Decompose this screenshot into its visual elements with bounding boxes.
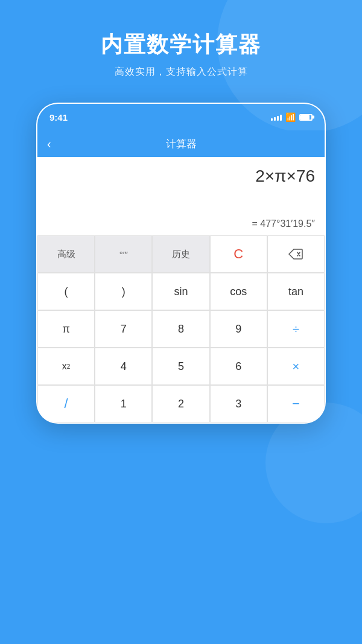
key-tan[interactable]: tan xyxy=(267,273,325,310)
key-6[interactable]: 6 xyxy=(210,348,267,385)
page-title: 内置数学计算器 xyxy=(0,30,362,60)
key-3[interactable]: 3 xyxy=(210,385,267,422)
key-cos[interactable]: cos xyxy=(210,273,267,310)
app-title: 计算器 xyxy=(166,137,197,151)
status-bar: 9:41 📶 xyxy=(37,104,325,130)
key-square[interactable]: x2 xyxy=(37,348,95,385)
key-delete[interactable] xyxy=(267,235,325,273)
app-header: ‹ 计算器 xyxy=(37,130,325,157)
key-7[interactable]: 7 xyxy=(95,310,152,348)
key-sin[interactable]: sin xyxy=(152,273,209,310)
key-5[interactable]: 5 xyxy=(152,348,209,385)
calculator-keyboard: 高级 °′″ 历史 C ( ) sin cos tan xyxy=(37,235,325,422)
keyboard-row-2: ( ) sin cos tan xyxy=(37,273,325,310)
phone-mockup: 9:41 📶 ‹ 计算器 2×π×76 = 477°31′1 xyxy=(0,103,362,424)
status-time: 9:41 xyxy=(49,112,68,123)
key-close-paren[interactable]: ) xyxy=(95,273,152,310)
key-1[interactable]: 1 xyxy=(95,385,152,422)
status-icons: 📶 xyxy=(271,112,313,122)
key-4[interactable]: 4 xyxy=(95,348,152,385)
signal-icon xyxy=(271,113,282,121)
key-history[interactable]: 历史 xyxy=(152,235,209,273)
key-clear[interactable]: C xyxy=(210,235,267,273)
keyboard-row-4: x2 4 5 6 × xyxy=(37,348,325,385)
keyboard-row-3: π 7 8 9 ÷ xyxy=(37,310,325,348)
key-fraction[interactable]: / xyxy=(37,385,95,422)
keyboard-row-5: / 1 2 3 − xyxy=(37,385,325,422)
key-open-paren[interactable]: ( xyxy=(37,273,95,310)
calculator-display: 2×π×76 = 477°31′19.5″ xyxy=(37,157,325,235)
key-pi[interactable]: π xyxy=(37,310,95,348)
page-subtitle: 高效实用，支持输入公式计算 xyxy=(0,66,362,78)
key-divide[interactable]: ÷ xyxy=(267,310,325,348)
key-multiply[interactable]: × xyxy=(267,348,325,385)
back-button[interactable]: ‹ xyxy=(47,137,51,151)
phone-frame: 9:41 📶 ‹ 计算器 2×π×76 = 477°31′1 xyxy=(36,103,326,424)
key-8[interactable]: 8 xyxy=(152,310,209,348)
key-9[interactable]: 9 xyxy=(210,310,267,348)
wifi-icon: 📶 xyxy=(285,112,296,122)
keyboard-row-1: 高级 °′″ 历史 C xyxy=(37,235,325,273)
key-advanced[interactable]: 高级 xyxy=(37,235,95,273)
input-expression: 2×π×76 xyxy=(47,167,315,197)
battery-icon xyxy=(299,114,313,121)
key-degree[interactable]: °′″ xyxy=(95,235,152,273)
key-minus[interactable]: − xyxy=(267,385,325,422)
page-header: 内置数学计算器 高效实用，支持输入公式计算 xyxy=(0,0,362,91)
key-2[interactable]: 2 xyxy=(152,385,209,422)
result-expression: = 477°31′19.5″ xyxy=(47,218,315,229)
